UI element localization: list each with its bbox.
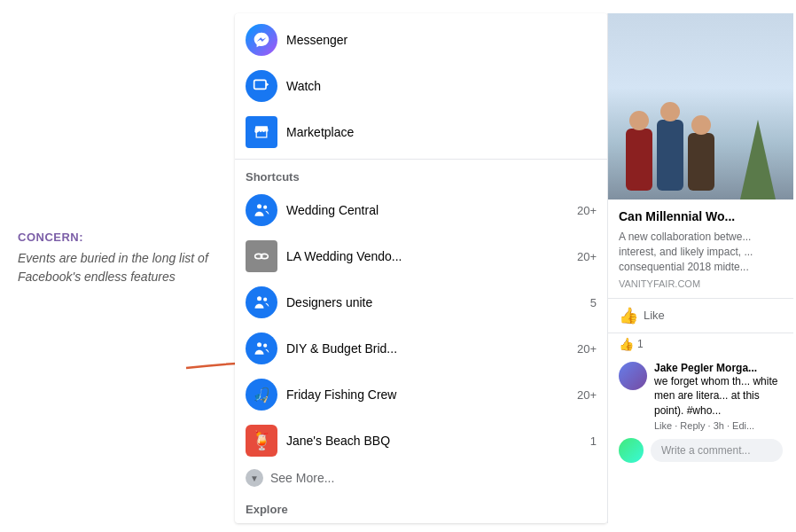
wedding-central-label: Wedding Central — [286, 203, 568, 217]
comment-item: Jake Pegler Morga... we forget whom th..… — [619, 362, 783, 431]
concern-label: CONCERN: — [18, 231, 213, 244]
current-user-avatar — [619, 438, 644, 463]
reactions-row: 👍 1 — [608, 333, 793, 355]
friday-fishing-label: Friday Fishing Crew — [286, 387, 568, 402]
like-section: 👍 Like — [608, 299, 793, 333]
svg-point-3 — [257, 204, 261, 208]
background-tree — [740, 120, 776, 200]
person-figure-2 — [657, 120, 683, 191]
svg-point-7 — [257, 296, 261, 301]
diy-budget-icon — [246, 332, 277, 364]
marketplace-icon — [246, 116, 277, 148]
marketplace-label: Marketplace — [286, 125, 597, 139]
svg-rect-1 — [254, 80, 266, 89]
shortcuts-section: Shortcuts Wedding Central 20+ LA Wedding… — [235, 160, 607, 492]
comment-content: Jake Pegler Morga... we forget whom th..… — [654, 362, 783, 431]
diy-budget-count: 20+ — [577, 342, 597, 356]
see-more-button[interactable]: ▼ See More... — [235, 464, 607, 492]
shortcut-wedding-central[interactable]: Wedding Central 20+ — [235, 187, 607, 233]
la-wedding-count: 20+ — [577, 250, 597, 263]
wedding-central-count: 20+ — [577, 204, 597, 217]
comment-input[interactable]: Write a comment... — [651, 439, 783, 462]
person-figure-3 — [688, 133, 714, 191]
shortcut-janes-beach[interactable]: 🍹 Jane's Beach BBQ 1 — [235, 418, 607, 464]
shortcuts-header: Shortcuts — [235, 160, 607, 187]
shortcut-friday-fishing[interactable]: 🎣 Friday Fishing Crew 20+ — [235, 372, 607, 418]
article-desc: A new collaboration betwe... interest, a… — [619, 230, 783, 274]
nav-item-messenger[interactable]: Messenger — [235, 17, 607, 63]
watch-label: Watch — [286, 79, 597, 93]
top-nav-section: Messenger Watch — [235, 13, 607, 160]
article-card: Can Millennial Wo... A new collaboration… — [608, 200, 793, 299]
feed-photo — [608, 13, 793, 200]
designers-unite-label: Designers unite — [286, 295, 581, 309]
explore-header: Explore — [235, 492, 607, 520]
messenger-icon — [246, 24, 277, 56]
friday-fishing-icon: 🎣 — [246, 379, 277, 411]
janes-beach-count: 1 — [590, 434, 597, 448]
concern-text: Events are buried in the long list of Fa… — [18, 249, 213, 286]
janes-beach-icon: 🍹 — [246, 425, 277, 457]
reactions-count: 1 — [637, 338, 644, 350]
friday-fishing-count: 20+ — [577, 388, 597, 402]
comment-actions: Like · Reply · 3h · Edi... — [654, 420, 783, 431]
la-wedding-label: LA Wedding Vendo... — [286, 249, 568, 263]
diy-budget-label: DIY & Budget Brid... — [286, 341, 568, 356]
chevron-down-icon: ▼ — [246, 469, 263, 487]
commenter-avatar — [619, 362, 647, 390]
commenter-name: Jake Pegler Morga... — [654, 362, 783, 374]
annotation-block: CONCERN: Events are buried in the long l… — [18, 231, 213, 286]
explore-item-groups[interactable]: Groups — [235, 520, 607, 523]
comment-text: we forget whom th... white men are liter… — [654, 374, 783, 419]
nav-item-watch[interactable]: Watch — [235, 63, 607, 109]
svg-point-10 — [263, 344, 267, 348]
wedding-central-icon — [246, 194, 277, 226]
reaction-emoji: 👍 — [619, 337, 634, 351]
svg-point-8 — [263, 298, 267, 301]
svg-point-9 — [257, 342, 261, 347]
article-title: Can Millennial Wo... — [619, 208, 783, 224]
comment-area: Jake Pegler Morga... we forget whom th..… — [608, 355, 793, 470]
like-button[interactable]: Like — [644, 309, 665, 322]
designers-unite-count: 5 — [590, 296, 597, 309]
write-comment-row: Write a comment... — [619, 438, 783, 463]
designers-unite-icon — [246, 286, 277, 318]
article-source: VANITYFAIR.COM — [619, 278, 783, 289]
janes-beach-label: Jane's Beach BBQ — [286, 434, 581, 448]
see-more-label: See More... — [270, 471, 334, 485]
watch-icon — [246, 70, 277, 102]
la-wedding-icon — [246, 240, 277, 272]
svg-marker-2 — [266, 82, 269, 87]
svg-point-4 — [263, 206, 267, 209]
fb-feed-panel: Can Millennial Wo... A new collaboration… — [607, 13, 793, 523]
fb-sidebar-panel: Messenger Watch — [235, 13, 607, 523]
explore-section: Explore Groups 28 Events 9 — [235, 492, 607, 523]
shortcut-diy-budget[interactable]: DIY & Budget Brid... 20+ — [235, 325, 607, 372]
nav-item-marketplace[interactable]: Marketplace — [235, 109, 607, 155]
messenger-label: Messenger — [286, 33, 597, 47]
shortcut-designers-unite[interactable]: Designers unite 5 — [235, 279, 607, 325]
like-emoji-icon: 👍 — [619, 306, 638, 325]
shortcut-la-wedding[interactable]: LA Wedding Vendo... 20+ — [235, 233, 607, 279]
person-figure-1 — [626, 129, 652, 191]
